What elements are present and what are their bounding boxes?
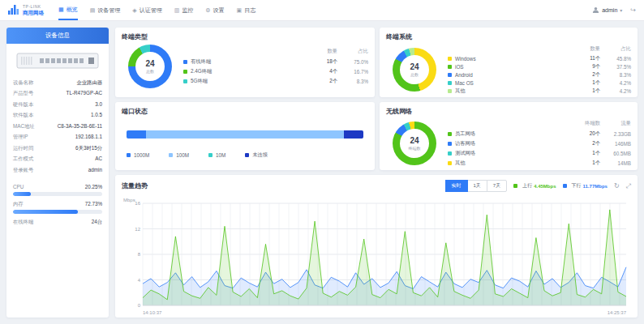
legend-color-dot — [183, 79, 187, 83]
card-title: 流量趋势 — [122, 181, 148, 190]
legend-label: 未连接 — [252, 151, 268, 159]
nav-item[interactable]: ▦ 概览 — [58, 0, 78, 20]
card-title: 终端系统 — [386, 32, 631, 41]
range-button[interactable]: 实时 — [445, 180, 468, 192]
device-info-label: 管理IP — [13, 134, 28, 141]
device-info-value: 1.0.5 — [91, 112, 102, 119]
nav-item-label: 概览 — [67, 6, 78, 14]
legend-label: 员工网络 — [455, 130, 475, 138]
legend-label: 10M — [216, 152, 225, 158]
nav-item[interactable]: ▤ 设备管理 — [90, 0, 121, 20]
user-menu[interactable]: admin ▾ — [592, 6, 622, 15]
legend-color-dot — [448, 89, 452, 93]
refresh-icon[interactable]: ↻ — [614, 183, 620, 190]
legend-color-square — [169, 153, 173, 157]
user-name: admin — [602, 7, 617, 13]
brand-logo[interactable]: TP-LINK 商用网络 — [8, 3, 44, 18]
legend-item: 1000M — [127, 151, 149, 159]
legend-rows: 有线终端 18个 75.0% 2.4G终端 4个 16.7% 5G终端 2个 8… — [183, 57, 368, 86]
device-info-row: MAC地址 C8-3A-35-2B-6E-11 — [13, 123, 102, 130]
legend-color-dot — [448, 161, 452, 165]
online-clients-value: 24台 — [92, 219, 102, 226]
legend-traffic: 146MB — [600, 141, 631, 147]
online-clients-label: 在线终端 — [13, 219, 33, 226]
device-info-row: 登录账号 admin — [13, 167, 102, 174]
device-info-label: 工作模式 — [13, 156, 33, 163]
donut-total: 24 — [410, 137, 419, 145]
legend-row: 其他 1个 4.2% — [448, 87, 631, 95]
legend-header: 终端数 流量 — [448, 119, 631, 129]
legend-row: 其他 1个 14MB — [448, 158, 631, 168]
usage-gauge: CPU 20.25% — [13, 184, 102, 196]
port-status-card: 端口状态 1000M 100M 10M 未连接 — [115, 102, 375, 170]
device-info-row: 运行时间 6天3时15分 — [13, 145, 102, 152]
legend-header: 数量 占比 — [448, 45, 631, 54]
os-donut: 24 总数 — [393, 48, 436, 92]
series-color-dot — [513, 184, 517, 188]
series-rate: 4.45Mbps — [534, 184, 556, 189]
traffic-trend-chart: 0481216Mbps14:10:3714:25:37 — [122, 195, 631, 317]
legend-row: 测试网络 1个 60.5MB — [448, 148, 631, 158]
legend-count: 1个 — [573, 150, 600, 157]
legend-label: 访客网络 — [455, 140, 475, 147]
legend-count: 1个 — [573, 79, 600, 87]
legend-count: 18个 — [310, 58, 337, 66]
donut-caption: 终端数 — [409, 146, 421, 151]
rate-legend: 上行 4.45Mbps 下行 11.77Mbps — [513, 182, 608, 190]
legend-row: 员工网络 20个 2.33GB — [448, 129, 631, 139]
legend-ratio: 16.7% — [337, 69, 368, 75]
device-info-label: 登录账号 — [13, 167, 33, 174]
legend-color-square — [245, 153, 249, 157]
legend-color-dot — [183, 60, 187, 64]
donut-caption: 总数 — [146, 69, 154, 74]
logout-icon[interactable]: ↪ — [630, 6, 636, 14]
port-bar-segment — [344, 130, 363, 139]
wireless-network-card: 无线网络 24 终端数 终端数 流量 员工网络 20个 2.33GB — [380, 102, 638, 170]
nav-item-label: 设置 — [213, 6, 225, 15]
svg-text:8: 8 — [138, 252, 141, 257]
legend-row: Mac OS 1个 4.2% — [448, 79, 631, 87]
series-rate: 11.77Mbps — [583, 184, 608, 189]
nav-item[interactable]: ◈ 认证管理 — [132, 0, 161, 20]
legend-color-square — [208, 153, 213, 157]
card-title: 终端类型 — [122, 32, 368, 41]
device-info-value: 企业路由器 — [77, 79, 102, 87]
nav-item-icon: ▦ — [58, 6, 64, 13]
nav-item-icon: ▣ — [237, 7, 243, 14]
legend-row: Android 2个 8.3% — [448, 70, 631, 79]
legend-rows: 员工网络 20个 2.33GB 访客网络 2个 146MB 测试网络 1个 60… — [448, 129, 631, 168]
legend-count: 2个 — [573, 140, 600, 147]
legend-count: 2个 — [310, 78, 337, 85]
trend-svg: 0481216Mbps14:10:3714:25:37 — [122, 195, 631, 317]
device-info-label: 产品型号 — [13, 90, 33, 97]
fullscreen-icon[interactable]: ⤢ — [626, 183, 631, 190]
legend-row: 访客网络 2个 146MB — [448, 139, 631, 148]
gauge-label: 内存 — [13, 201, 24, 208]
range-button[interactable]: 1天 — [467, 180, 487, 192]
gauge-fill — [13, 210, 78, 214]
series-name: 下行 — [572, 182, 582, 190]
nav-item[interactable]: ⚙ 设置 — [205, 0, 224, 20]
legend-count: 11个 — [573, 55, 600, 62]
device-info-label: MAC地址 — [13, 123, 35, 130]
legend-label: 5G终端 — [191, 78, 208, 85]
traffic-trend-card: 流量趋势 实时 1天 7天 上行 4.45Mbps — [115, 175, 638, 318]
nav-item[interactable]: ▣ 日志 — [237, 0, 256, 20]
online-clients-row: 在线终端 24台 — [13, 219, 102, 226]
nav-item[interactable]: ▥ 监控 — [174, 0, 194, 20]
port-legend: 1000M 100M 10M 未连接 — [127, 151, 363, 159]
terminal-type-card: 终端类型 24 总数 数量 占比 有线终端 18个 75.0% — [115, 28, 375, 97]
range-button[interactable]: 7天 — [487, 180, 507, 192]
legend-label: 测试网络 — [455, 150, 475, 157]
donut-caption: 总数 — [410, 72, 419, 77]
port-bar-segment — [146, 130, 343, 139]
legend-label: Mac OS — [455, 80, 474, 86]
user-avatar-icon — [592, 6, 599, 15]
legend-traffic: 14MB — [600, 160, 631, 166]
legend-rows: Windows 11个 45.8% iOS 9个 37.5% Android 2… — [448, 54, 631, 95]
range-button-group: 实时 1天 7天 — [446, 180, 508, 192]
device-info-value: C8-3A-35-2B-6E-11 — [58, 123, 102, 130]
legend-ratio: 8.3% — [600, 72, 631, 78]
terminal-os-card: 终端系统 24 总数 数量 占比 Windows 11个 45.8% — [380, 28, 638, 97]
legend-label: 其他 — [455, 160, 466, 167]
